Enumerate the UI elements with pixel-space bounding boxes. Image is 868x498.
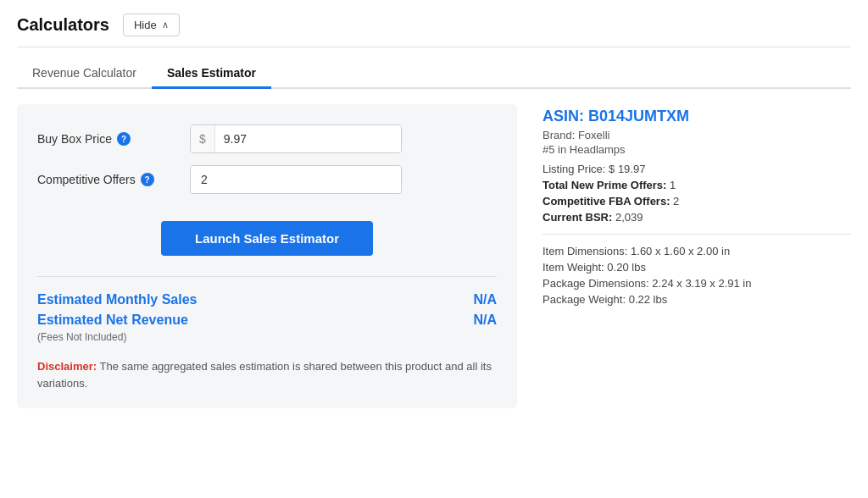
item-dimensions-value: 1.60 x 1.60 x 2.00 in [631,245,730,257]
hide-label: Hide [134,19,157,31]
buy-box-input[interactable] [215,125,401,152]
competitive-offers-input-wrapper [190,165,402,194]
chevron-up-icon: ∧ [162,19,169,30]
disclaimer-text: The same aggregated sales estimation is … [37,360,492,390]
tabs-row: Revenue Calculator Sales Estimator [17,59,851,89]
competitive-fba-label: Competitive FBA Offers: [542,195,670,208]
disclaimer-box: Disclaimer: The same aggregated sales es… [37,358,497,391]
competitive-fba-line: Competitive FBA Offers: 2 [542,195,851,208]
package-dimensions-value: 2.24 x 3.19 x 2.91 in [652,277,751,290]
package-weight-line: Package Weight: 0.22 lbs [542,293,851,306]
calculator-panel: Buy Box Price ? $ Competitive Offers ? [17,104,517,408]
item-weight-label: Item Weight: [542,261,604,274]
item-dimensions-label: Item Dimensions: [542,245,627,257]
monthly-sales-row: Estimated Monthly Sales N/A [37,292,497,307]
current-bsr-value: 2,039 [615,211,643,224]
net-revenue-label: Estimated Net Revenue [37,313,188,328]
hide-button[interactable]: Hide ∧ [123,14,180,36]
asin-title: ASIN: B014JUMTXM [542,108,851,125]
product-info-panel: ASIN: B014JUMTXM Brand: Foxelli #5 in He… [542,104,851,408]
competitive-fba-value: 2 [673,195,679,208]
launch-sales-estimator-button[interactable]: Launch Sales Estimator [161,221,373,256]
brand-text: Brand: Foxelli [542,129,851,141]
buy-box-label: Buy Box Price [37,132,112,146]
competitive-offers-label: Competitive Offers [37,173,136,186]
listing-price-line: Listing Price: $ 19.97 [542,163,851,175]
package-dimensions-line: Package Dimensions: 2.24 x 3.19 x 2.91 i… [542,277,851,290]
monthly-sales-value: N/A [473,292,497,307]
package-dimensions-label: Package Dimensions: [542,277,649,290]
total-new-prime-line: Total New Prime Offers: 1 [542,179,851,191]
package-weight-value: 0.22 lbs [629,293,668,306]
info-divider [542,234,851,235]
net-revenue-sublabel: (Fees Not Included) [37,331,497,343]
current-bsr-line: Current BSR: 2,039 [542,211,851,224]
results-section: Estimated Monthly Sales N/A Estimated Ne… [37,276,497,343]
competitive-offers-row: Competitive Offers ? [37,165,497,194]
competitive-offers-input[interactable] [191,166,401,193]
current-bsr-label: Current BSR: [542,211,612,224]
listing-price-value: $ 19.97 [609,163,645,175]
net-revenue-value: N/A [473,313,497,328]
total-new-prime-value: 1 [670,179,676,191]
net-revenue-row: Estimated Net Revenue N/A [37,313,497,328]
monthly-sales-label: Estimated Monthly Sales [37,292,198,307]
item-weight-value: 0.20 lbs [607,261,646,274]
page-title: Calculators [17,15,109,35]
dollar-prefix: $ [191,125,215,152]
total-new-prime-label: Total New Prime Offers: [542,179,666,191]
item-dimensions-line: Item Dimensions: 1.60 x 1.60 x 2.00 in [542,245,851,257]
listing-price-label: Listing Price: [542,163,605,175]
buy-box-input-wrapper: $ [190,125,402,153]
item-weight-line: Item Weight: 0.20 lbs [542,261,851,274]
disclaimer-label: Disclaimer: [37,360,97,373]
package-weight-label: Package Weight: [542,293,626,306]
tab-revenue-calculator[interactable]: Revenue Calculator [17,59,152,89]
rank-text: #5 in Headlamps [542,143,851,156]
tab-sales-estimator[interactable]: Sales Estimator [152,59,271,89]
competitive-offers-help-icon[interactable]: ? [141,173,154,186]
buy-box-help-icon[interactable]: ? [117,132,131,146]
buy-box-row: Buy Box Price ? $ [37,125,497,153]
